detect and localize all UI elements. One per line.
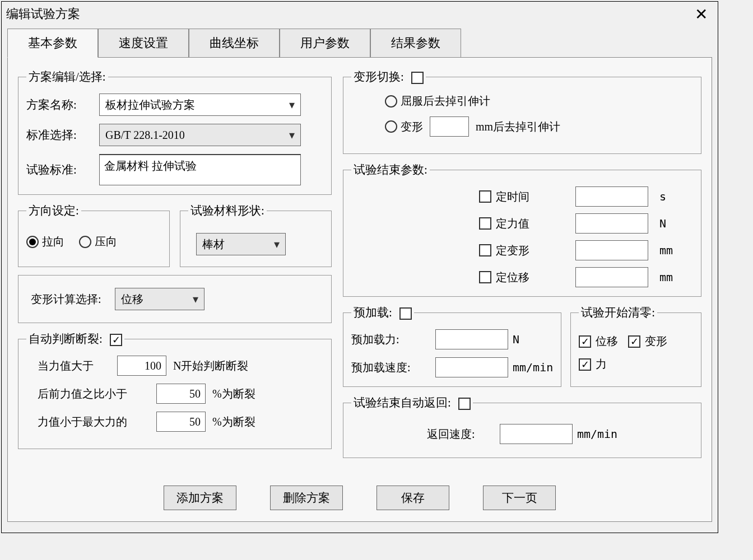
preload-legend: 预加载: [351, 305, 414, 320]
fracture-group: 自动判断断裂: ✓ 当力值大于 N开始判断断裂 后前力值之比小于 %为断裂 力值… [18, 331, 332, 449]
end-params-group: 试验结束参数: 定时间 s 定力值 N 定变形 mm 定位移 [343, 162, 701, 297]
delete-scheme-button[interactable]: 删除方案 [270, 486, 343, 510]
standard-select[interactable]: GB/T 228.1-2010 ▾ [99, 124, 301, 146]
preload-speed-label: 预加载速度: [351, 360, 435, 375]
end-disp-unit: mm [659, 270, 693, 284]
right-column: 变形切换: 屈服后去掉引伸计 变形 mm后去掉引伸计 [343, 69, 701, 510]
deform-mm-input[interactable] [430, 116, 469, 137]
dialog-window: 编辑试验方案 ✕ 基本参数 速度设置 曲线坐标 用户参数 结果参数 方案编辑/选… [1, 1, 718, 533]
preload-group: 预加载: 预加载力: N 预加载速度: mm/min [343, 305, 561, 387]
next-page-button[interactable]: 下一页 [483, 486, 556, 510]
tab-bar: 基本参数 速度设置 曲线坐标 用户参数 结果参数 [7, 29, 718, 58]
end-force-input[interactable] [575, 213, 648, 234]
zero-legend: 试验开始清零: [579, 305, 657, 320]
end-disp-input[interactable] [575, 267, 648, 287]
preload-speed-unit: mm/min [513, 361, 553, 374]
test-standard-label: 试验标准: [26, 162, 99, 178]
radio-pull[interactable]: 拉向 [26, 234, 64, 249]
button-row: 添加方案 删除方案 保存 下一页 [8, 486, 712, 510]
return-speed-unit: mm/min [577, 427, 617, 441]
fracture-force-input[interactable] [117, 356, 166, 376]
scheme-name-label: 方案名称: [26, 97, 99, 113]
fracture-line1-post: N开始判断断裂 [173, 358, 248, 374]
end-time-checkbox[interactable] [479, 190, 491, 203]
chevron-down-icon: ▾ [289, 98, 295, 111]
left-column: 方案编辑/选择: 方案名称: 板材拉伸试验方案 ▾ 标准选择: GB/T 228… [18, 69, 332, 510]
tab-user[interactable]: 用户参数 [280, 29, 370, 58]
end-time-input[interactable] [575, 186, 648, 207]
direction-group: 方向设定: 拉向 压向 [18, 203, 170, 267]
chevron-down-icon: ▾ [289, 128, 295, 142]
fracture-maxforce-input[interactable] [156, 412, 206, 432]
scheme-name-combo[interactable]: 板材拉伸试验方案 ▾ [99, 94, 301, 116]
radio-after-yield[interactable]: 屈服后去掉引伸计 [385, 94, 490, 109]
calc-group: 变形计算选择: 位移 ▾ [18, 275, 332, 323]
end-deform-checkbox[interactable] [479, 244, 491, 256]
add-scheme-button[interactable]: 添加方案 [164, 486, 236, 510]
calc-select[interactable]: 位移 ▾ [115, 288, 204, 310]
tab-speed[interactable]: 速度设置 [98, 29, 189, 58]
preload-force-unit: N [513, 333, 519, 346]
shape-select[interactable]: 棒材 ▾ [196, 233, 286, 255]
fracture-line3-pre: 力值小于最大力的 [38, 414, 150, 430]
radio-after-deform[interactable]: 变形 [385, 119, 423, 134]
zero-force-checkbox[interactable]: ✓ [579, 358, 591, 371]
fracture-legend: 自动判断断裂: ✓ [26, 331, 124, 347]
preload-force-label: 预加载力: [351, 332, 435, 347]
standard-select-label: 标准选择: [26, 127, 99, 143]
deform-switch-checkbox[interactable] [411, 72, 424, 84]
end-params-legend: 试验结束参数: [351, 162, 430, 178]
tab-result[interactable]: 结果参数 [370, 29, 461, 58]
autoreturn-legend: 试验结束自动返回: [351, 395, 473, 410]
deform-switch-suffix: mm后去掉引伸计 [476, 119, 560, 134]
scheme-legend: 方案编辑/选择: [26, 69, 108, 85]
deform-switch-legend: 变形切换: [351, 69, 426, 85]
autoreturn-group: 试验结束自动返回: 返回速度: mm/min [343, 395, 701, 458]
preload-checkbox[interactable] [399, 307, 412, 320]
return-speed-input[interactable] [500, 424, 573, 444]
zero-deform-checkbox[interactable]: ✓ [628, 335, 640, 348]
preload-force-input[interactable] [435, 329, 508, 349]
fracture-line1-pre: 当力值大于 [38, 358, 110, 374]
close-icon[interactable]: ✕ [690, 5, 712, 24]
fracture-line2-pre: 后前力值之比小于 [38, 386, 150, 402]
direction-legend: 方向设定: [26, 203, 81, 218]
end-deform-input[interactable] [575, 240, 648, 260]
test-standard-text[interactable]: 金属材料 拉伸试验 [99, 154, 301, 185]
end-time-unit: s [659, 190, 693, 203]
radio-push[interactable]: 压向 [79, 234, 117, 249]
chevron-down-icon: ▾ [193, 292, 198, 306]
tab-curve[interactable]: 曲线坐标 [189, 29, 280, 58]
end-force-unit: N [659, 217, 693, 230]
scheme-group: 方案编辑/选择: 方案名称: 板材拉伸试验方案 ▾ 标准选择: GB/T 228… [18, 69, 332, 195]
end-deform-unit: mm [659, 244, 693, 257]
tab-content: 方案编辑/选择: 方案名称: 板材拉伸试验方案 ▾ 标准选择: GB/T 228… [7, 57, 712, 522]
zero-group: 试验开始清零: ✓位移 ✓变形 ✓力 [570, 305, 701, 387]
deform-switch-group: 变形切换: 屈服后去掉引伸计 变形 mm后去掉引伸计 [343, 69, 701, 154]
fracture-ratio-input[interactable] [156, 384, 206, 404]
chevron-down-icon: ▾ [274, 237, 280, 251]
end-disp-checkbox[interactable] [479, 271, 491, 283]
window-title: 编辑试验方案 [6, 6, 80, 22]
save-button[interactable]: 保存 [376, 486, 449, 510]
fracture-line2-post: %为断裂 [212, 386, 255, 402]
titlebar: 编辑试验方案 ✕ [2, 2, 718, 26]
tab-basic[interactable]: 基本参数 [7, 29, 98, 58]
return-speed-label: 返回速度: [427, 427, 500, 442]
calc-label: 变形计算选择: [31, 292, 115, 307]
zero-disp-checkbox[interactable]: ✓ [579, 335, 591, 348]
shape-group: 试验材料形状: 棒材 ▾ [180, 203, 332, 267]
preload-speed-input[interactable] [435, 357, 508, 377]
autoreturn-checkbox[interactable] [458, 398, 471, 410]
shape-legend: 试验材料形状: [188, 203, 267, 218]
fracture-line3-post: %为断裂 [212, 414, 255, 430]
fracture-enable-checkbox[interactable]: ✓ [110, 334, 122, 346]
end-force-checkbox[interactable] [479, 217, 491, 230]
